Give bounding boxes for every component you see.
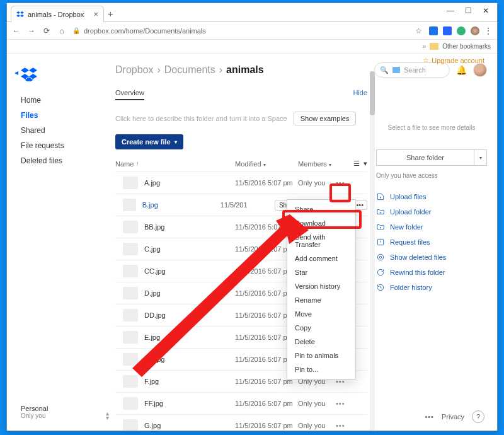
menu-item-version-history[interactable]: Version history: [287, 279, 355, 293]
search-input[interactable]: 🔍 Search: [374, 62, 450, 78]
file-thumbnail: [123, 287, 138, 299]
upload-file-icon: [376, 192, 385, 201]
account-avatar[interactable]: [473, 63, 487, 77]
crumb-current: animals: [226, 64, 264, 76]
col-modified[interactable]: Modified ▾: [235, 160, 298, 168]
help-button[interactable]: ?: [472, 410, 484, 423]
col-members[interactable]: Members ▾: [298, 160, 353, 168]
menu-item-pin-to-[interactable]: Pin to...: [287, 362, 355, 376]
nav-back-icon[interactable]: ←: [12, 26, 21, 35]
action-label: Request files: [390, 238, 430, 246]
window-minimize-button[interactable]: —: [442, 4, 459, 17]
menu-item-copy[interactable]: Copy: [287, 321, 355, 335]
file-name[interactable]: C.jpg: [144, 245, 235, 253]
create-new-file-button[interactable]: Create new file: [115, 134, 183, 149]
menu-item-rename[interactable]: Rename: [287, 293, 355, 307]
describe-row: Click here to describe this folder and t…: [115, 112, 367, 125]
back-chevron-icon[interactable]: ◀: [14, 70, 18, 76]
sidebar-account[interactable]: Personal Only you ▴▾: [21, 405, 48, 419]
window-maximize-button[interactable]: ☐: [459, 4, 477, 17]
browser-menu-icon[interactable]: ⋮: [484, 26, 492, 35]
file-name[interactable]: E.jpg: [144, 334, 235, 341]
sidebar-item-shared[interactable]: Shared: [21, 123, 101, 138]
file-name[interactable]: CC.jpg: [144, 267, 235, 275]
file-name[interactable]: EE.jpg: [144, 356, 235, 363]
action-upload-folder[interactable]: Upload folder: [376, 204, 487, 219]
account-sub: Only you: [21, 412, 48, 419]
file-members: Only you: [298, 400, 336, 407]
menu-item-pin-to-animals[interactable]: Pin to animals: [287, 349, 355, 362]
menu-item-delete[interactable]: Delete: [287, 335, 355, 349]
notifications-icon[interactable]: 🔔: [456, 65, 467, 75]
file-name[interactable]: BB.jpg: [144, 223, 235, 231]
bookmarks-chevron-icon[interactable]: »: [423, 43, 427, 50]
share-folder-button[interactable]: Share folder: [376, 149, 474, 166]
bookmark-star-icon[interactable]: ☆: [414, 26, 423, 35]
row-more-button[interactable]: •••: [336, 400, 345, 407]
extension-icon[interactable]: [429, 26, 438, 35]
new-tab-button[interactable]: +: [108, 8, 113, 19]
tab-title: animals - Dropbox: [28, 11, 84, 18]
file-thumbnail: [123, 375, 138, 388]
footer-menu-icon[interactable]: •••: [425, 413, 434, 420]
address-bar[interactable]: 🔒 dropbox.com/home/Documents/animals: [72, 27, 408, 35]
show-deleted-icon: [376, 253, 385, 262]
nav-home-icon[interactable]: ⌂: [57, 26, 66, 35]
action-rewind-this-folder[interactable]: Rewind this folder: [376, 265, 487, 280]
dropbox-logo[interactable]: ◀: [21, 67, 37, 81]
file-modified: 11/5/2016 5:07 pm: [235, 422, 298, 429]
col-name[interactable]: Name↑: [115, 160, 235, 168]
row-more-button[interactable]: •••: [336, 422, 345, 429]
show-examples-button[interactable]: Show examples: [294, 112, 357, 125]
overview-hide[interactable]: Hide: [353, 89, 367, 100]
sidebar-item-file-requests[interactable]: File requests: [21, 138, 101, 153]
file-thumbnail: [123, 309, 138, 322]
window-titlebar: animals - Dropbox × + — ☐ ✕: [7, 3, 497, 22]
describe-placeholder[interactable]: Click here to describe this folder and t…: [115, 115, 287, 122]
crumb-root[interactable]: Dropbox: [115, 64, 153, 76]
sidebar-item-files[interactable]: Files: [21, 108, 101, 123]
overview-tab[interactable]: Overview: [115, 89, 144, 100]
file-scrollbar[interactable]: [370, 71, 375, 431]
profile-avatar-icon[interactable]: [471, 26, 479, 35]
menu-item-send-with-transfer[interactable]: Send with Transfer: [287, 230, 355, 252]
sidebar-item-home[interactable]: Home: [21, 93, 101, 108]
action-folder-history[interactable]: Folder history: [376, 280, 487, 295]
menu-item-add-comment[interactable]: Add comment: [287, 252, 355, 265]
file-row[interactable]: G.jpg11/5/2016 5:07 pmOnly you•••: [115, 414, 367, 431]
bookmarks-folder-icon[interactable]: [430, 43, 438, 50]
file-name[interactable]: G.jpg: [144, 422, 235, 429]
action-label: Folder history: [390, 284, 432, 291]
action-new-folder[interactable]: New folder: [376, 219, 487, 235]
file-name[interactable]: F.jpg: [144, 378, 235, 385]
upgrade-account-link[interactable]: ☆ Upgrade account: [423, 56, 484, 64]
nav-reload-icon[interactable]: ⟳: [42, 26, 51, 35]
sidebar-item-deleted-files[interactable]: Deleted files: [21, 153, 101, 168]
action-show-deleted-files[interactable]: Show deleted files: [376, 250, 487, 265]
privacy-link[interactable]: Privacy: [442, 413, 464, 420]
file-name[interactable]: A.jpg: [144, 179, 235, 187]
file-thumbnail: [123, 243, 138, 255]
menu-item-move[interactable]: Move: [287, 307, 355, 321]
window-close-button[interactable]: ✕: [477, 4, 495, 17]
file-name[interactable]: B.jpg: [142, 201, 220, 209]
view-options-icon[interactable]: ▾: [364, 160, 367, 168]
share-folder-dropdown[interactable]: ▾: [474, 149, 487, 166]
file-name[interactable]: DD.jpg: [144, 311, 235, 319]
action-upload-files[interactable]: Upload files: [376, 189, 487, 204]
file-row[interactable]: FF.jpg11/5/2016 5:07 pmOnly you•••: [115, 392, 367, 414]
browser-tab[interactable]: animals - Dropbox ×: [11, 6, 104, 22]
menu-item-star[interactable]: Star: [287, 265, 355, 279]
file-thumbnail: [123, 199, 136, 211]
tab-close-icon[interactable]: ×: [93, 9, 98, 19]
crumb-mid[interactable]: Documents: [164, 64, 215, 76]
right-panel: Select a file to see more details Share …: [376, 85, 487, 431]
view-list-icon[interactable]: ☰: [353, 160, 360, 168]
nav-forward-icon[interactable]: →: [27, 26, 36, 35]
file-name[interactable]: FF.jpg: [144, 400, 235, 407]
extension-icon[interactable]: [443, 26, 452, 35]
extension-icon[interactable]: [457, 26, 466, 35]
bookmarks-folder-label[interactable]: Other bookmarks: [442, 43, 491, 50]
action-request-files[interactable]: Request files: [376, 235, 487, 250]
file-name[interactable]: D.jpg: [144, 289, 235, 297]
